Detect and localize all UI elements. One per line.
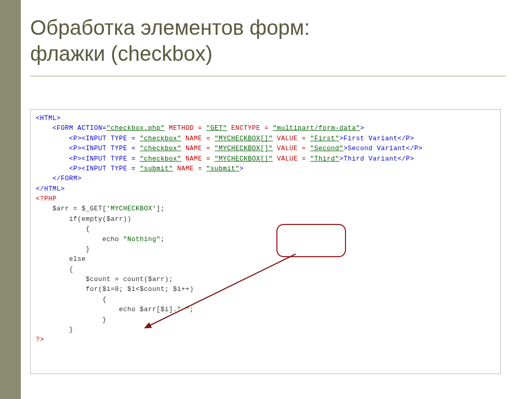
code-line: $count = count($arr); bbox=[36, 275, 495, 285]
code-block: <HTML> <FORM ACTION="checkbox.php" METHO… bbox=[30, 109, 501, 374]
code-line: { bbox=[36, 265, 495, 275]
code-line: } bbox=[36, 245, 495, 255]
code-line: { bbox=[36, 295, 495, 305]
code-line: </HTML> bbox=[36, 184, 495, 194]
code-line: echo $arr[$i]." "; bbox=[36, 305, 495, 315]
code-line: for($i=0; $i<$count; $i++) bbox=[36, 285, 495, 295]
code-line: <?PHP bbox=[36, 194, 495, 204]
code-line: } bbox=[36, 325, 495, 335]
code-line: { bbox=[36, 224, 495, 234]
code-line: echo "Nothing"; bbox=[36, 235, 495, 245]
code-line: ?> bbox=[36, 335, 495, 345]
title-line-1: Обработка элементов форм: bbox=[30, 16, 310, 39]
slide-title: Обработка элементов форм: флажки (checkb… bbox=[30, 15, 506, 66]
code-line: </FORM> bbox=[36, 174, 495, 184]
code-line: <P><INPUT TYPE = "checkbox" NAME = "MYCH… bbox=[36, 144, 495, 154]
code-line: <P><INPUT TYPE = "checkbox" NAME = "MYCH… bbox=[36, 154, 495, 164]
code-line: } bbox=[36, 315, 495, 325]
slide-sidebar bbox=[0, 0, 21, 399]
code-line: if(empty($arr)) bbox=[36, 215, 495, 224]
code-line: $arr = $_GET['MYCHECKBOX']; bbox=[36, 204, 495, 214]
code-line: <P><INPUT TYPE = "submit" NAME = "submit… bbox=[36, 164, 495, 174]
title-line-2: флажки (checkbox) bbox=[30, 42, 212, 65]
code-line: <FORM ACTION="checkbox.php" METHOD = "GE… bbox=[36, 124, 495, 134]
code-line: else bbox=[36, 255, 495, 264]
slide: Обработка элементов форм: флажки (checkb… bbox=[0, 0, 532, 399]
code-line: <HTML> bbox=[36, 114, 495, 124]
code-line: <P><INPUT TYPE = "checkbox" NAME = "MYCH… bbox=[36, 134, 495, 144]
title-underline bbox=[30, 76, 506, 76]
